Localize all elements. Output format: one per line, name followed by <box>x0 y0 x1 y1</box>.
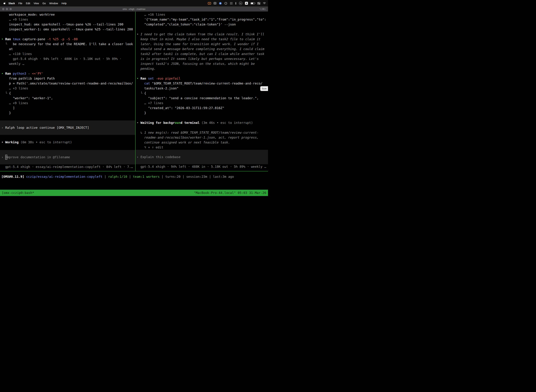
menu-item-go[interactable]: Go <box>41 2 48 5</box>
thinking-text: pending. <box>136 66 268 71</box>
text-segment: › <box>137 154 140 159</box>
text-segment: } <box>1 111 11 115</box>
wifi-icon[interactable] <box>263 2 266 5</box>
text-segment: session:23m <box>186 175 207 178</box>
text-segment: tasks/task-2.json" <box>137 86 178 90</box>
text-segment: gpt-5.4 xhigh · 94% left · 488K in · 5.1… <box>1 57 121 61</box>
grid-app-icon[interactable] <box>214 2 216 5</box>
text-segment: Working <box>5 140 21 144</box>
menu-item-file[interactable]: File <box>17 2 24 5</box>
text-segment: inspect_worker-1: omx sparkshell --tmux-… <box>1 27 133 31</box>
terminal-line: at <box>0 47 135 51</box>
text-segment: • <box>1 72 5 75</box>
text-segment: › <box>1 125 5 130</box>
menu-item-edit[interactable]: Edit <box>24 2 32 5</box>
text-segment <box>24 175 26 178</box>
blue-app-icon[interactable] <box>219 2 222 5</box>
text-segment: gpt-5.4 xhigh · essay/ai-reimplementatio… <box>1 165 133 169</box>
terminal-line: } <box>136 111 268 115</box>
text-segment: • <box>137 32 140 36</box>
percentage-badge-icon[interactable]: 61 <box>239 2 242 5</box>
text-segment: "created_at": "2026-03-31T11:59:27.816Z" <box>137 106 224 110</box>
text-segment: oun <box>175 121 181 125</box>
working-status: • Working (6m 38s • esc to interrupt) <box>0 140 135 145</box>
window-controls <box>2 8 12 10</box>
text-segment: Waiting for backgr <box>140 121 175 125</box>
battery-icon[interactable] <box>251 2 255 5</box>
text-segment: d terminal <box>180 121 201 125</box>
text-segment: … +9 lines <box>1 18 28 21</box>
text-segment: Ran <box>5 72 13 75</box>
text-segment: set <box>148 77 156 80</box>
thinking-text: keep that in mind. Maybe I also need the… <box>136 37 268 42</box>
minimize-button[interactable] <box>6 8 8 10</box>
terminal-line: inspect_hud: omx sparkshell --tmux-pane … <box>0 22 135 27</box>
terminal-line <box>0 145 135 150</box>
menu-item-slack[interactable]: Slack <box>7 2 17 5</box>
text-segment: cczip/essay/ai-reimplementation-copyleft <box>26 175 102 178</box>
thinking-text: task2 after task1 is complete, but can I… <box>136 51 268 56</box>
terminal-line: … +110 lines <box>0 51 135 56</box>
text-segment: be necessary for the end of the README. … <box>13 42 133 46</box>
text-segment: '{"team_name":"my-team","task_id":"1","f… <box>137 18 266 21</box>
screen-share-overlay[interactable]: Scre <box>260 86 268 91</box>
key-icon[interactable] <box>235 2 236 5</box>
text-segment: | <box>160 175 165 178</box>
text-segment: (3m 46s • esc to interrupt) <box>201 121 253 125</box>
thinking-text: • I need to get the claim token from the… <box>136 32 268 37</box>
thinking-text: inspect task2's JSON, focusing on the st… <box>136 61 268 66</box>
prompt-input[interactable]: › Improve documentation in @filename <box>0 150 135 164</box>
command-line: • Ran tmux capture-pane -t %25 -p -S -80 <box>0 37 135 42</box>
terminal-line: └ be necessary for the end of the README… <box>0 42 135 47</box>
prompt-input[interactable]: › Explain this codebase <box>136 150 268 164</box>
ralph-loop-banner: › Ralph loop active continue [OMX_TMUX_I… <box>0 121 135 135</box>
tmux-session-label: [omx-cczip0:bash* <box>2 190 34 195</box>
menu-item-help[interactable]: Help <box>60 2 68 5</box>
text-segment: weekly … <box>1 62 24 65</box>
text-segment: | <box>207 175 213 178</box>
control-center-icon[interactable] <box>258 2 260 5</box>
terminal-line: "created_at": "2026-03-31T11:59:27.816Z" <box>136 106 268 111</box>
dots-grid-icon[interactable] <box>230 2 233 5</box>
tmux-pane-right[interactable]: … +16 lines '{"team_name":"my-team","tas… <box>136 12 268 171</box>
dark-app-icon[interactable] <box>224 2 227 5</box>
apple-menu-icon[interactable] <box>2 2 7 5</box>
zoom-button[interactable] <box>10 8 12 10</box>
thinking-text: is in progress? It seems likely but perh… <box>136 56 268 61</box>
terminal-line <box>0 66 135 71</box>
tmux-status-bar: [omx-cczip0:bash* "MacBook-Pro-44.local"… <box>0 190 268 196</box>
text-segment: I <box>5 155 7 160</box>
text-segment: ⌥ + ↑ edit <box>137 145 163 149</box>
model-status: gpt-5.4 xhigh · essay/ai-reimplementatio… <box>0 164 135 169</box>
terminal-line: from pathlib import Path <box>0 76 135 81</box>
terminal-line: … +9 lines <box>0 101 135 106</box>
text-segment: 1 new msg(s): read $OMX_TEAM_STATE_ROOT/… <box>144 131 258 134</box>
text-segment: workspace_mode: worktree <box>1 13 55 16</box>
tmux-host-time: "MacBook-Pro-44.local" 05:03 31-Mar-26 <box>194 190 266 195</box>
edit-hint: ⌥ + ↑ edit <box>136 145 268 150</box>
text-segment: task2 after task1 is complete, but can I… <box>137 52 264 56</box>
tmux-pane-left[interactable]: workspace_mode: worktree … +9 lines insp… <box>0 12 135 171</box>
close-button[interactable] <box>2 8 5 10</box>
text-segment: turns:20 <box>165 175 181 178</box>
screen-recording-icon[interactable] <box>208 2 211 5</box>
mailbox-message: continue assigned work or next feasible … <box>136 140 268 145</box>
text-segment: • <box>1 140 5 144</box>
terminal-line: … +3 lines <box>0 86 135 91</box>
text-segment: • <box>1 37 5 41</box>
text-segment: ↳ <box>137 131 144 134</box>
input-source-icon[interactable]: A <box>245 2 248 5</box>
command-line: • Ran python3 - <<'PY' <box>0 71 135 76</box>
text-segment: "worker": "worker-1", <box>1 96 53 100</box>
tmux-pane-bottom[interactable]: [OMX#0.11.9] cczip/essay/ai-reimplementa… <box>0 171 268 190</box>
text-segment: … +3 lines <box>1 86 28 90</box>
text-segment: ] <box>1 106 15 110</box>
menu-item-window[interactable]: Window <box>48 2 60 5</box>
menu-item-view[interactable]: View <box>32 2 41 5</box>
text-segment: | <box>127 175 133 178</box>
text-segment: Ran <box>5 37 13 41</box>
text-segment: inspect_hud: omx sparkshell --tmux-pane … <box>1 23 124 26</box>
terminal-line: └ { <box>0 91 135 96</box>
text-segment: (6m 38s • esc to interrupt) <box>20 140 72 144</box>
terminal-line <box>136 115 268 120</box>
